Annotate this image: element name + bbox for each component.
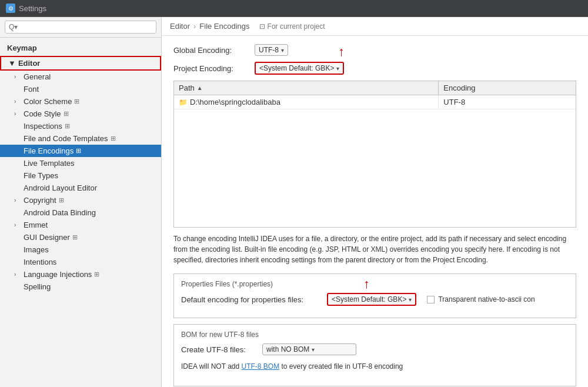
project-encoding-value: <System Default: GBK>: [259, 64, 334, 72]
sidebar-item-file-code-templates[interactable]: File and Code Templates ⊞: [0, 132, 161, 145]
folder-icon: 📁: [179, 98, 188, 106]
project-encoding-label: Project Encoding:: [173, 64, 250, 73]
al-label: Android Layout Editor: [24, 184, 97, 192]
global-encoding-dropdown[interactable]: UTF-8 ▾: [255, 44, 288, 56]
properties-encoding-label: Default encoding for properties files:: [181, 295, 322, 304]
bom-info-prefix: IDEA will NOT add: [181, 362, 241, 371]
fe-label: File Encodings: [24, 146, 74, 155]
insp-label: Inspections: [24, 122, 62, 131]
app-icon: ⚙: [6, 4, 15, 13]
sort-arrow: ▲: [197, 85, 203, 91]
table-row[interactable]: 📁 D:\home\springclodalibaba UTF-8: [174, 95, 576, 109]
sp-label: Spelling: [24, 282, 51, 291]
create-utf8-label: Create UTF-8 files:: [181, 345, 258, 354]
global-encoding-label: Global Encoding:: [173, 46, 250, 55]
gui-label: GUI Designer: [24, 233, 70, 242]
sidebar-item-live-templates[interactable]: Live Templates: [0, 157, 161, 169]
encoding-col: Encoding: [439, 81, 576, 95]
sidebar-item-gui-designer[interactable]: GUI Designer ⊞: [0, 231, 161, 243]
settings-body: Global Encoding: UTF-8 ▾ Project Encodin…: [162, 36, 588, 387]
sidebar-item-emmet[interactable]: › Emmet: [0, 219, 161, 231]
path-cell: 📁 D:\home\springclodalibaba: [174, 95, 439, 109]
sidebar-item-file-types[interactable]: File Types: [0, 169, 161, 182]
sidebar-item-language-injections[interactable]: › Language Injections ⊞: [0, 268, 161, 281]
sidebar-item-copyright[interactable]: › Copyright ⊞: [0, 194, 161, 206]
insp-icon: ⊞: [65, 122, 74, 130]
path-value: D:\home\springclodalibaba: [190, 98, 280, 106]
editor-arrow: ▼: [8, 59, 16, 68]
bom-title: BOM for new UTF-8 files: [181, 331, 569, 339]
breadcrumb-project: ⊡ For current project: [259, 22, 325, 31]
fct-label: File and Code Templates: [24, 134, 108, 143]
int-label: Intentions: [24, 258, 56, 266]
fe-icon: ⊞: [76, 147, 85, 155]
search-input[interactable]: [5, 21, 156, 34]
color-icon: ⊞: [74, 98, 83, 105]
emmet-arrow: ›: [14, 222, 21, 228]
sidebar-item-color-scheme[interactable]: › Color Scheme ⊞: [0, 95, 161, 108]
code-label: Code Style: [24, 109, 61, 118]
transparent-checkbox-row: Transparent native-to-ascii con: [427, 295, 534, 303]
properties-title: Properties Files (*.properties): [181, 280, 569, 288]
project-encoding-dropdown-arrow: ▾: [336, 65, 339, 72]
cr-label: Copyright: [24, 196, 56, 205]
sidebar-item-code-style[interactable]: › Code Style ⊞: [0, 108, 161, 120]
emmet-label: Emmet: [24, 221, 48, 229]
editor-section[interactable]: ▼ Editor: [0, 56, 161, 71]
sidebar-item-intentions[interactable]: Intentions: [0, 256, 161, 268]
color-arrow: ›: [14, 98, 21, 105]
sidebar-item-font[interactable]: Font: [0, 83, 161, 95]
bom-info-suffix: to every created file in UTF-8 encoding: [282, 362, 403, 371]
adb-label: Android Data Binding: [24, 208, 96, 217]
breadcrumb-current: File Encodings: [199, 22, 249, 31]
ft-label: File Types: [24, 171, 58, 180]
lt-label: Live Templates: [24, 159, 74, 168]
project-icon: ⊡: [259, 22, 265, 31]
encoding-cell: UTF-8: [439, 95, 576, 109]
create-utf8-row: Create UTF-8 files: with NO BOM ▾: [181, 343, 569, 355]
sidebar-item-android-layout[interactable]: Android Layout Editor: [0, 182, 161, 194]
properties-encoding-dropdown-arrow: ▾: [409, 296, 412, 303]
global-encoding-value: UTF-8: [259, 46, 279, 54]
main-panel: Editor › File Encodings ⊡ For current pr…: [162, 17, 588, 387]
code-icon: ⊞: [64, 110, 73, 118]
transparent-checkbox[interactable]: [427, 296, 435, 303]
transparent-label: Transparent native-to-ascii con: [438, 295, 534, 303]
project-label: For current project: [268, 22, 325, 31]
sidebar-item-android-data[interactable]: Android Data Binding: [0, 206, 161, 219]
table-header: Path ▲ Encoding: [174, 81, 576, 95]
create-utf8-dropdown[interactable]: with NO BOM ▾: [262, 343, 356, 355]
sidebar-item-general[interactable]: › General: [0, 71, 161, 83]
bom-link[interactable]: UTF-8 BOM: [241, 362, 279, 371]
sidebar-item-images[interactable]: Images: [0, 243, 161, 256]
properties-section: Properties Files (*.properties) Default …: [173, 273, 576, 318]
li-icon: ⊞: [94, 271, 103, 278]
breadcrumb-sep: ›: [193, 22, 196, 31]
encoding-col-label: Encoding: [443, 84, 475, 92]
create-utf8-value: with NO BOM: [266, 345, 309, 353]
search-box: [0, 17, 161, 38]
path-col-label: Path: [179, 84, 195, 92]
global-encoding-row: Global Encoding: UTF-8 ▾: [173, 44, 576, 56]
general-arrow: ›: [14, 74, 21, 80]
sidebar-item-inspections[interactable]: Inspections ⊞: [0, 120, 161, 132]
sidebar-item-spelling[interactable]: Spelling: [0, 281, 161, 293]
project-encoding-dropdown[interactable]: <System Default: GBK> ▾: [255, 62, 344, 75]
sidebar-item-file-encodings[interactable]: File Encodings ⊞: [0, 145, 161, 157]
encoding-value: UTF-8: [443, 98, 465, 106]
cr-arrow: ›: [14, 197, 21, 203]
general-label: General: [24, 72, 51, 81]
info-text: To change encoding IntelliJ IDEA uses fo…: [173, 233, 576, 265]
sidebar: Keymap ▼ Editor › General Font › Color: [0, 17, 162, 387]
gui-icon: ⊞: [72, 233, 82, 241]
font-label: Font: [24, 85, 39, 94]
bom-info-text: IDEA will NOT add UTF-8 BOM to every cre…: [181, 361, 569, 372]
img-label: Images: [24, 245, 49, 254]
properties-encoding-value: <System Default: GBK>: [332, 295, 406, 303]
encodings-table: Path ▲ Encoding 📁 D:\home\springclodalib…: [173, 81, 576, 228]
properties-encoding-row: Default encoding for properties files: <…: [181, 293, 569, 306]
cr-icon: ⊞: [59, 196, 68, 204]
li-label: Language Injections: [24, 270, 92, 279]
properties-encoding-dropdown[interactable]: <System Default: GBK> ▾: [327, 293, 416, 306]
fct-icon: ⊞: [111, 135, 120, 142]
